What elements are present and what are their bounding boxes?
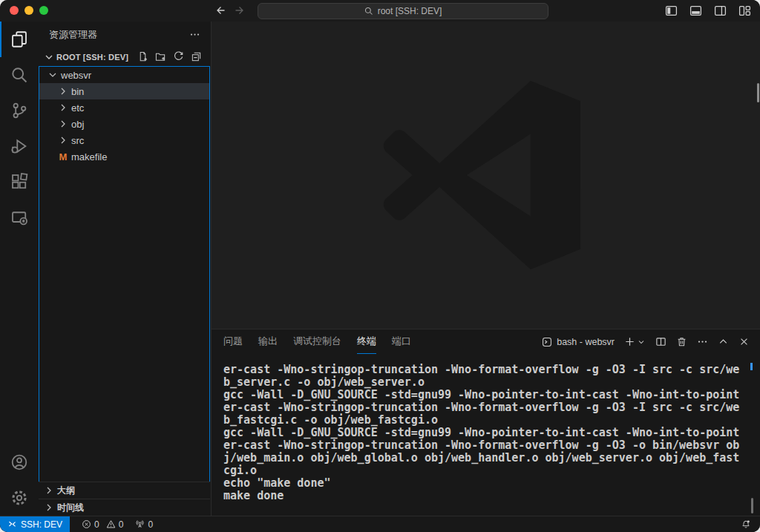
tree-item-label: makefile xyxy=(71,151,107,162)
tab-problems[interactable]: 问题 xyxy=(223,329,243,354)
activity-bar xyxy=(0,22,39,516)
terminal-line: er-cast -Wno-stringop-truncation -Wno-fo… xyxy=(223,439,750,452)
terminal-line: b_fastcgi.c -o obj/web_fastcgi.o xyxy=(223,414,750,427)
close-panel-icon[interactable] xyxy=(738,336,750,347)
new-folder-icon[interactable] xyxy=(155,51,166,62)
sidebar-title: 资源管理器 xyxy=(49,28,97,42)
ports-indicator[interactable]: 0 xyxy=(135,519,153,530)
close-window-icon[interactable] xyxy=(10,6,19,15)
explorer-sidebar: 资源管理器 ROOT [SSH: DEV] xyxy=(39,22,212,516)
notifications-bell-icon[interactable] xyxy=(741,519,751,530)
explorer-icon[interactable] xyxy=(0,22,39,57)
chevron-down-icon xyxy=(47,69,59,81)
minimize-window-icon[interactable] xyxy=(24,6,33,15)
tab-debug-console[interactable]: 调试控制台 xyxy=(293,329,341,354)
terminal-line: b_server.c -o obj/web_server.o xyxy=(223,376,750,389)
refresh-icon[interactable] xyxy=(173,51,184,62)
terminal-line: gcc -Wall -D_GNU_SOURCE -std=gnu99 -Wno-… xyxy=(223,427,750,439)
warning-icon xyxy=(106,519,116,529)
tree-item-websvr[interactable]: websvr xyxy=(39,67,209,83)
terminal-prompt-line: [root@localhost websvr]# xyxy=(223,502,750,515)
tree-item-src[interactable]: src xyxy=(39,132,209,148)
search-icon xyxy=(364,7,373,16)
remote-indicator[interactable]: SSH: DEV xyxy=(0,516,70,532)
panel-header: 问题 输出 调试控制台 终端 端口 bash - websvr xyxy=(212,329,760,354)
sidebar-more-actions-icon[interactable] xyxy=(189,29,200,40)
tree-item-makefile[interactable]: M makefile xyxy=(39,148,209,165)
forward-icon[interactable] xyxy=(235,4,246,16)
timeline-label: 时间线 xyxy=(57,502,84,514)
editor-area xyxy=(212,22,760,329)
terminal-overview-mark xyxy=(750,363,753,370)
tree-item-label: etc xyxy=(71,102,84,114)
terminal-icon xyxy=(542,337,552,347)
chevron-right-icon xyxy=(43,502,55,513)
run-debug-icon[interactable] xyxy=(0,128,39,164)
traffic-lights xyxy=(10,6,48,15)
terminal-line: er-cast -Wno-stringop-truncation -Wno-fo… xyxy=(223,364,750,376)
toggle-secondary-sidebar-icon[interactable] xyxy=(714,4,727,17)
source-control-icon[interactable] xyxy=(0,93,39,128)
problems-indicator[interactable]: 0 0 xyxy=(82,519,123,530)
tree-item-etc[interactable]: etc xyxy=(39,99,209,116)
terminal-output[interactable]: er-cast -Wno-stringop-truncation -Wno-fo… xyxy=(223,364,750,515)
chevron-right-icon xyxy=(43,485,55,496)
editor-scrollbar[interactable] xyxy=(757,83,759,102)
title-bar: root [SSH: DEV] xyxy=(0,0,760,22)
terminal-dropdown-icon[interactable] xyxy=(637,338,646,347)
tab-output[interactable]: 输出 xyxy=(258,329,278,354)
tree-item-obj[interactable]: obj xyxy=(39,116,209,132)
toggle-primary-sidebar-icon[interactable] xyxy=(665,4,678,17)
terminal-line: cgi.o xyxy=(223,464,750,477)
vscode-window: root [SSH: DEV] xyxy=(0,0,760,532)
warning-count: 0 xyxy=(119,519,124,530)
panel-more-actions-icon[interactable] xyxy=(697,336,708,347)
customize-layout-icon[interactable] xyxy=(738,4,751,17)
accounts-icon[interactable] xyxy=(0,444,39,480)
timeline-section[interactable]: 时间线 xyxy=(39,499,210,516)
split-terminal-icon[interactable] xyxy=(655,336,666,347)
toggle-panel-icon[interactable] xyxy=(689,4,702,17)
bottom-panel: 问题 输出 调试控制台 终端 端口 bash - websvr xyxy=(212,329,760,516)
terminal-line: make done xyxy=(223,490,750,502)
chevron-down-icon xyxy=(43,51,55,63)
extensions-icon[interactable] xyxy=(0,164,39,200)
tree-item-label: obj xyxy=(71,119,84,130)
remote-explorer-icon[interactable] xyxy=(0,200,39,235)
chevron-right-icon xyxy=(57,118,69,130)
command-center-search[interactable]: root [SSH: DEV] xyxy=(258,3,548,19)
terminal-line: echo "make done" xyxy=(223,477,750,490)
tree-item-label: websvr xyxy=(61,70,91,81)
workspace-label: ROOT [SSH: DEV] xyxy=(56,53,128,62)
terminal-line: j/web_main.o obj/web_global.o obj/web_ha… xyxy=(223,452,750,464)
remote-icon xyxy=(7,519,17,529)
chevron-right-icon xyxy=(57,102,69,114)
terminal-session[interactable]: bash - websvr xyxy=(542,337,615,347)
terminal-scrollbar[interactable] xyxy=(751,498,753,513)
status-bar: SSH: DEV 0 0 0 xyxy=(0,516,760,532)
tree-item-label: bin xyxy=(71,86,84,97)
error-count: 0 xyxy=(94,519,99,530)
collapse-all-icon[interactable] xyxy=(191,51,202,62)
file-tree: websvr bin etc obj xyxy=(39,66,210,482)
outline-section[interactable]: 大纲 xyxy=(39,482,210,499)
ports-count: 0 xyxy=(148,519,153,530)
new-terminal-icon[interactable] xyxy=(624,336,635,347)
workspace-section-header[interactable]: ROOT [SSH: DEV] xyxy=(39,47,211,66)
new-file-icon[interactable] xyxy=(137,51,148,62)
remote-label: SSH: DEV xyxy=(21,519,62,530)
zoom-window-icon[interactable] xyxy=(39,6,48,15)
back-icon[interactable] xyxy=(214,4,226,16)
settings-gear-icon[interactable] xyxy=(0,480,39,516)
tab-ports[interactable]: 端口 xyxy=(392,329,411,354)
maximize-panel-icon[interactable] xyxy=(718,336,729,347)
vscode-watermark-logo xyxy=(378,67,594,283)
terminal-session-label: bash - websvr xyxy=(557,337,615,347)
kill-terminal-icon[interactable] xyxy=(676,336,687,347)
tree-item-bin[interactable]: bin xyxy=(39,83,209,99)
tab-terminal[interactable]: 终端 xyxy=(357,329,376,354)
tree-item-label: src xyxy=(71,135,84,146)
search-sidebar-icon[interactable] xyxy=(0,57,39,93)
chevron-right-icon xyxy=(57,85,69,97)
radio-tower-icon xyxy=(135,519,145,529)
